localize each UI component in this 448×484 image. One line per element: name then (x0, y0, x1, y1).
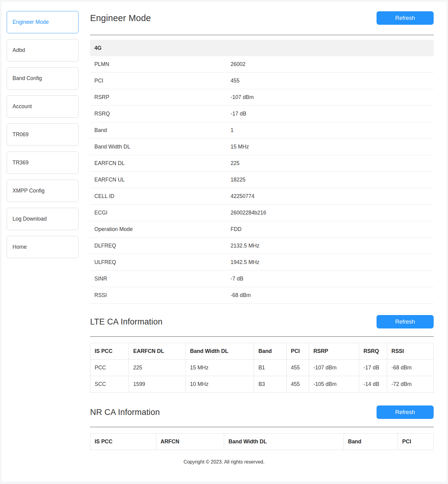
4g-row-sinr: SINR -7 dB (90, 271, 434, 287)
4g-row-ecgi: ECGI 26002284b216 (90, 205, 434, 221)
4g-section-header: 4G (90, 40, 434, 56)
sidebar-item-adbd[interactable]: Adbd (7, 39, 78, 61)
4g-row-value: 2132.5 MHz (231, 243, 434, 249)
copyright-footer: Copyright © 2023. All rights reserved. (2, 459, 446, 473)
lte-ca-row-pcc: PCC22515 MHzB1455-107 dBm-17 dB-68 dBm (90, 360, 434, 376)
sidebar-item-label: Home (13, 244, 27, 250)
content-area: Engineer Mode Refresh 4G PLMN 26002 PCI … (90, 9, 434, 450)
sidebar-item-label: Band Config (13, 75, 42, 82)
lte-ca-col-rsrq: RSRQ (359, 343, 387, 360)
4g-row-rsrq: RSRQ -17 dB (90, 106, 434, 122)
lte-ca-cell: 455 (286, 360, 309, 376)
layout: Engineer Mode Adbd Band Config Account T… (2, 2, 446, 450)
4g-row-value: 15 MHz (231, 144, 434, 150)
sidebar-item-xmpp-config[interactable]: XMPP Config (7, 180, 78, 202)
4g-row-operation-mode: Operation Mode FDD (90, 221, 434, 238)
sidebar-item-tr069[interactable]: TR069 (7, 123, 78, 146)
4g-row-label: Band Width DL (90, 144, 231, 150)
lte-ca-header-row: IS PCCEARFCN DLBand Width DLBandPCIRSRPR… (90, 343, 434, 360)
4g-row-label: RSSI (90, 292, 231, 299)
lte-ca-col-rssi: RSSI (387, 343, 433, 360)
lte-ca-cell: 15 MHz (186, 360, 254, 376)
4g-row-value: 225 (231, 160, 434, 167)
lte-ca-table: IS PCCEARFCN DLBand Width DLBandPCIRSRPR… (90, 343, 434, 393)
nr-ca-col-band: Band (344, 434, 398, 450)
nr-ca-table: IS PCCARFCNBand Width DLBandPCI (90, 433, 434, 450)
nr-ca-title: NR CA Information (90, 408, 160, 417)
refresh-button-nr-ca[interactable]: Refresh (377, 405, 434, 419)
lte-ca-col-band-width-dl: Band Width DL (186, 343, 254, 360)
lte-ca-cell: -17 dB (359, 360, 387, 376)
engineer-mode-section-head: Engineer Mode Refresh (90, 11, 434, 25)
4g-row-label: PCI (90, 78, 231, 84)
4g-row-ulfreq: ULFREQ 1942.5 MHz (90, 254, 434, 271)
lte-ca-cell: B1 (254, 360, 286, 376)
4g-row-label: DLFREQ (90, 243, 231, 249)
sidebar-item-engineer-mode[interactable]: Engineer Mode (7, 11, 78, 33)
sidebar-item-label: Account (13, 103, 32, 110)
lte-ca-section-head: LTE CA Information Refresh (90, 315, 434, 328)
lte-ca-cell: PCC (90, 360, 129, 376)
nr-ca-col-band-width-dl: Band Width DL (224, 434, 344, 450)
refresh-button-lte-ca[interactable]: Refresh (377, 315, 434, 328)
4g-row-value: 26002284b216 (231, 210, 434, 216)
4g-row-label: EARFCN UL (90, 177, 231, 183)
lte-ca-cell: -72 dBm (387, 376, 433, 393)
title-divider (90, 35, 434, 35)
4g-row-label: SINR (90, 276, 231, 282)
4g-row-rsrp: RSRP -107 dBm (90, 89, 434, 106)
sidebar-item-label: TR369 (13, 160, 29, 166)
sidebar-item-label: Adbd (13, 47, 25, 53)
refresh-button-4g[interactable]: Refresh (377, 11, 434, 25)
4g-row-label: PLMN (90, 61, 231, 68)
lte-ca-cell: -68 dBm (387, 360, 433, 376)
lte-ca-col-pci: PCI (286, 343, 309, 360)
4g-row-value: 1942.5 MHz (231, 259, 434, 266)
sidebar-item-label: Log Download (13, 216, 47, 222)
lte-ca-divider (90, 336, 434, 337)
4g-row-rssi: RSSI -68 dBm (90, 287, 434, 304)
4g-row-value: 26002 (231, 61, 434, 68)
sidebar-item-log-download[interactable]: Log Download (7, 208, 78, 230)
4g-row-value: 18225 (231, 177, 434, 183)
4g-row-label: EARFCN DL (90, 160, 231, 167)
lte-ca-cell: SCC (90, 376, 129, 393)
4g-row-value: -107 dBm (231, 94, 434, 101)
4g-row-earfcn-ul: EARFCN UL 18225 (90, 172, 434, 188)
lte-ca-col-earfcn-dl: EARFCN DL (129, 343, 186, 360)
4g-row-band-width-dl: Band Width DL 15 MHz (90, 139, 434, 155)
sidebar-item-tr369[interactable]: TR369 (7, 152, 78, 174)
4g-row-value: 1 (231, 127, 434, 134)
lte-ca-title: LTE CA Information (90, 317, 162, 327)
4g-row-plmn: PLMN 26002 (90, 56, 434, 73)
lte-ca-cell: 1599 (129, 376, 186, 393)
lte-ca-cell: -14 dB (359, 376, 387, 393)
lte-ca-col-band: Band (254, 343, 286, 360)
4g-table: 4G PLMN 26002 PCI 455 RSRP -107 dBm RSRQ… (90, 40, 434, 304)
nr-ca-section-head: NR CA Information Refresh (90, 405, 434, 419)
lte-ca-cell: 225 (129, 360, 186, 376)
lte-ca-cell: 10 MHz (186, 376, 254, 393)
sidebar-item-home[interactable]: Home (7, 236, 78, 258)
sidebar-item-band-config[interactable]: Band Config (7, 67, 78, 90)
nr-ca-header-row: IS PCCARFCNBand Width DLBandPCI (90, 434, 434, 450)
nr-ca-divider (90, 427, 434, 427)
lte-ca-row-scc: SCC159910 MHzB3455-105 dBm-14 dB-72 dBm (90, 376, 434, 393)
4g-row-label: RSRP (90, 94, 231, 101)
main-panel: Engineer Mode Adbd Band Config Account T… (2, 2, 446, 482)
sidebar-item-label: TR069 (13, 131, 29, 138)
lte-ca-cell: -105 dBm (309, 376, 359, 393)
4g-row-dlfreq: DLFREQ 2132.5 MHz (90, 238, 434, 254)
lte-ca-cell: 455 (286, 376, 309, 393)
sidebar: Engineer Mode Adbd Band Config Account T… (7, 9, 78, 450)
4g-row-value: 455 (231, 78, 434, 84)
4g-row-label: RSRQ (90, 111, 231, 117)
lte-ca-cell: B3 (254, 376, 286, 393)
lte-ca-col-rsrp: RSRP (309, 343, 359, 360)
sidebar-item-account[interactable]: Account (7, 95, 78, 118)
lte-ca-cell: -107 dBm (309, 360, 359, 376)
4g-row-label: ULFREQ (90, 259, 231, 266)
sidebar-item-label: XMPP Config (13, 188, 45, 194)
4g-row-label: Band (90, 127, 231, 134)
4g-row-pci: PCI 455 (90, 73, 434, 89)
